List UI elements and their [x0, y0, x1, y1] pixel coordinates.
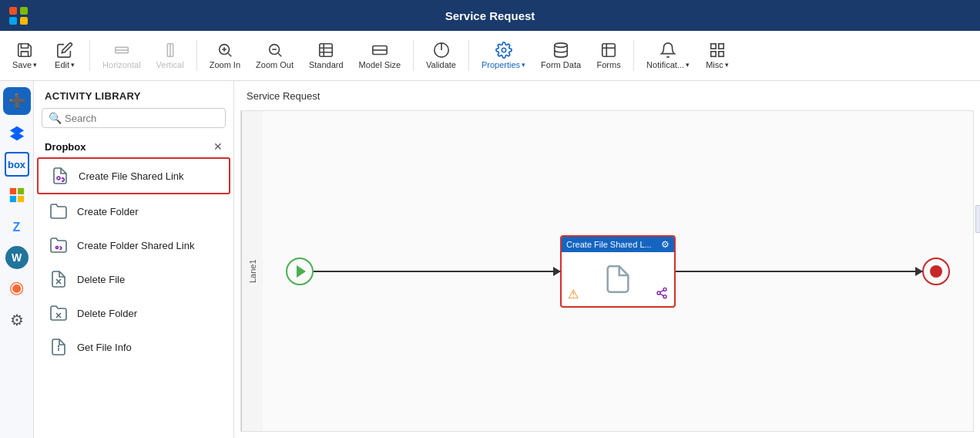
edit-button[interactable]: Edit▾ [46, 39, 83, 72]
svg-point-36 [59, 346, 59, 347]
svg-rect-21 [719, 52, 723, 56]
list-item-create-file-shared-link[interactable]: Create File Shared Link [37, 157, 230, 194]
svg-line-5 [228, 53, 231, 56]
zoom-out-button[interactable]: Zoom Out [250, 39, 300, 72]
separator-5 [633, 40, 634, 71]
get-file-info-icon [48, 336, 69, 358]
sidebar-icon-windows[interactable] [3, 181, 31, 209]
svg-line-9 [278, 53, 281, 56]
section-close-button[interactable]: ✕ [213, 140, 223, 153]
sidebar-icon-circle[interactable]: ◉ [3, 274, 31, 302]
page-title: Service Request [445, 9, 535, 22]
forms-button[interactable]: Forms [590, 39, 627, 72]
section-header: Dropbox ✕ [34, 136, 233, 157]
sidebar-icon-zoom[interactable]: Z [3, 214, 31, 241]
topbar: Service Request [0, 0, 980, 31]
zoom-in-button[interactable]: Zoom In [203, 39, 247, 72]
node-body: ⚠ [562, 252, 674, 306]
create-folder-shared-link-icon [48, 234, 69, 256]
start-node[interactable] [286, 258, 314, 285]
svg-point-30 [56, 247, 59, 249]
standard-button[interactable]: Standard [303, 39, 350, 72]
lane: Lane1 Create File Shared L... [241, 111, 973, 431]
activity-panel: ACTIVITY LIBRARY 🔍 Dropbox ✕ Create File… [34, 81, 234, 438]
validate-label: Validate [426, 60, 456, 69]
list-item-create-folder-shared-link[interactable]: Create Folder Shared Link [37, 228, 230, 262]
section-title: Dropbox [45, 141, 86, 153]
zoom-in-label: Zoom In [210, 60, 240, 69]
validate-button[interactable]: Validate [420, 39, 462, 72]
svg-rect-25 [9, 188, 15, 194]
notifications-label: Notificat... [646, 60, 684, 69]
vertical-button[interactable]: Vertical [150, 39, 190, 72]
model-size-button[interactable]: Model Size [353, 39, 407, 72]
node-file-icon [602, 264, 633, 295]
horizontal-label: Horizontal [102, 60, 141, 69]
save-label: Save [12, 60, 32, 69]
model-size-label: Model Size [359, 60, 401, 69]
icon-sidebar: ➕ box Z W ◉ ⚙ [0, 81, 34, 438]
arrow-node-to-end [676, 271, 922, 272]
list-item-delete-folder[interactable]: Delete Folder [37, 296, 230, 330]
lane-content: Create File Shared L... ⚙ ⚠ [263, 111, 973, 431]
canvas-area: Service Request Lane1 [234, 81, 980, 438]
arrow-start-to-node [314, 271, 560, 272]
list-item-create-folder[interactable]: Create Folder [37, 194, 230, 228]
activity-node[interactable]: Create File Shared L... ⚙ ⚠ [560, 235, 676, 308]
separator-1 [89, 40, 90, 71]
create-folder-shared-link-label: Create Folder Shared Link [77, 240, 194, 251]
forms-label: Forms [596, 60, 620, 69]
canvas-label: Service Request [247, 90, 320, 102]
notifications-button[interactable]: Notificat...▾ [640, 39, 696, 72]
properties-label: Properties [482, 60, 520, 69]
end-icon [930, 265, 942, 278]
create-folder-icon [48, 200, 69, 222]
separator-3 [413, 40, 414, 71]
canvas-inner[interactable]: Lane1 Create File Shared L... [240, 110, 974, 432]
search-icon: 🔍 [49, 112, 62, 124]
search-box: 🔍 [42, 108, 226, 128]
delete-file-label: Delete File [77, 274, 125, 285]
node-gear-icon[interactable]: ⚙ [661, 239, 670, 250]
delete-file-icon [48, 268, 69, 290]
activity-list: Create File Shared Link Create Folder Cr… [34, 157, 233, 438]
sidebar-icon-gear[interactable]: ⚙ [3, 306, 31, 334]
sidebar-icon-dropbox[interactable] [3, 120, 31, 147]
separator-2 [196, 40, 197, 71]
list-item-delete-file[interactable]: Delete File [37, 262, 230, 296]
svg-marker-24 [9, 132, 23, 140]
svg-line-41 [660, 290, 664, 292]
svg-point-38 [657, 291, 660, 295]
main-layout: ➕ box Z W ◉ ⚙ ACTIVITY LIBRARY 🔍 Dropbox… [0, 81, 980, 438]
vertical-label: Vertical [156, 60, 184, 69]
lane-label: Lane1 [241, 111, 263, 431]
save-button[interactable]: Save▾ [6, 39, 43, 72]
list-item-get-file-info[interactable]: Get File Info [37, 330, 230, 364]
misc-label: Misc [706, 60, 723, 69]
sidebar-icon-wp[interactable]: W [5, 246, 29, 269]
create-file-shared-link-label: Create File Shared Link [79, 170, 184, 182]
svg-rect-27 [9, 196, 15, 202]
node-title: Create File Shared L... [566, 240, 652, 249]
svg-rect-22 [711, 52, 716, 56]
svg-point-39 [663, 295, 666, 298]
sidebar-icon-plus[interactable]: ➕ [3, 87, 31, 115]
node-share-icon [656, 287, 668, 302]
toolbar: Save▾ Edit▾ Horizontal Vertical Zoom In … [0, 31, 980, 81]
edit-label: Edit [55, 60, 69, 69]
get-file-info-label: Get File Info [77, 342, 132, 353]
svg-rect-16 [602, 44, 616, 57]
search-input[interactable] [65, 113, 219, 124]
misc-button[interactable]: Misc▾ [699, 39, 736, 72]
sidebar-icon-box[interactable]: box [5, 152, 29, 177]
form-data-button[interactable]: Form Data [535, 39, 587, 72]
properties-button[interactable]: Properties▾ [475, 39, 532, 72]
start-icon [297, 265, 306, 278]
horizontal-button[interactable]: Horizontal [96, 39, 147, 72]
create-folder-label: Create Folder [77, 206, 138, 217]
svg-point-14 [502, 48, 506, 52]
app-logo [9, 7, 28, 25]
svg-line-40 [660, 294, 664, 296]
svg-rect-28 [17, 196, 23, 202]
end-node[interactable] [922, 258, 950, 285]
